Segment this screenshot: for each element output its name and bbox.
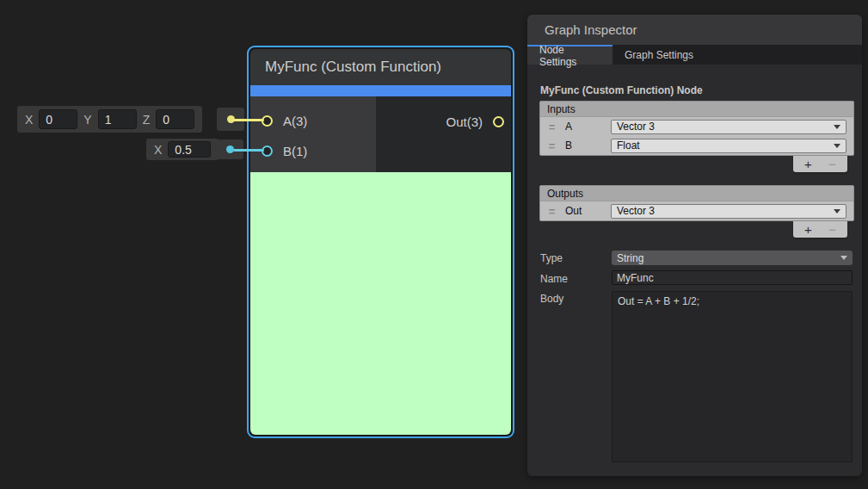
inputs-add-remove-bar: + −: [793, 156, 847, 172]
float-x-field[interactable]: [168, 141, 211, 158]
vector3-x-field[interactable]: [39, 109, 77, 129]
add-output-button[interactable]: +: [797, 222, 821, 237]
drag-handle-icon[interactable]: =: [546, 139, 557, 152]
node-color-bar: [250, 85, 511, 96]
output-row-out: = Out Vector 3: [540, 201, 853, 220]
inputs-section: Inputs = A Vector 3 = B Float: [539, 101, 854, 156]
output-type-dropdown[interactable]: Vector 3: [611, 204, 846, 219]
dropdown-arrow-icon: [834, 209, 840, 214]
outputs-add-remove-bar: + −: [793, 221, 847, 238]
input-port-b-label: B(1): [283, 144, 307, 158]
type-label: Type: [540, 252, 563, 264]
axis-x-label: X: [25, 113, 33, 127]
outputs-section-title: Outputs: [540, 186, 853, 201]
input-type-dropdown[interactable]: Vector 3: [611, 120, 846, 134]
dropdown-arrow-icon: [840, 256, 847, 260]
inspector-node-heading: MyFunc (Custom Function) Node: [540, 84, 703, 96]
node-output-ports: Out(3): [376, 96, 511, 172]
dropdown-arrow-icon: [834, 144, 840, 148]
input-port-a-label: A(3): [283, 114, 307, 128]
name-label: Name: [540, 273, 568, 285]
drag-handle-icon[interactable]: =: [546, 205, 557, 218]
input-type-value: Float: [617, 139, 640, 152]
vector3-y-field[interactable]: [98, 109, 137, 129]
vector3-input-widget: X Y Z: [17, 106, 202, 133]
type-value: String: [617, 252, 643, 264]
node-input-ports: A(3) B(1): [250, 96, 376, 172]
graph-inspector-panel: Graph Inspector Node Settings Graph Sett…: [527, 15, 862, 476]
output-type-value: Vector 3: [617, 205, 655, 217]
tab-node-settings[interactable]: Node Settings: [527, 45, 613, 65]
input-name: B: [565, 139, 572, 152]
node-title: MyFunc (Custom Function): [265, 59, 441, 76]
float-input-widget: X: [146, 139, 219, 160]
body-field[interactable]: Out = A + B + 1/2;: [612, 291, 853, 462]
edge-wire-vector3[interactable]: [233, 119, 264, 121]
output-port-out-label: Out(3): [446, 115, 483, 129]
node-preview-area: [250, 172, 511, 435]
output-name: Out: [565, 205, 582, 217]
inputs-section-title: Inputs: [540, 102, 853, 117]
type-dropdown[interactable]: String: [612, 251, 853, 265]
dropdown-arrow-icon: [834, 125, 840, 129]
input-name: A: [565, 121, 572, 133]
body-label: Body: [540, 293, 563, 305]
axis-y-label: Y: [83, 113, 91, 127]
input-row-a: = A Vector 3: [540, 117, 853, 136]
node-ports-section: A(3) B(1) Out(3): [250, 96, 511, 172]
drag-handle-icon[interactable]: =: [546, 121, 557, 133]
port-row-out: Out(3): [376, 110, 511, 133]
remove-output-button[interactable]: −: [821, 222, 845, 237]
input-type-value: Vector 3: [617, 121, 655, 133]
edge-wire-float[interactable]: [233, 149, 264, 152]
tab-graph-settings[interactable]: Graph Settings: [613, 45, 705, 65]
remove-input-button[interactable]: −: [821, 157, 845, 171]
node-body: MyFunc (Custom Function) A(3) B(1) Out(3…: [250, 49, 511, 435]
port-row-b: B(1): [250, 139, 376, 162]
inspector-title-bar[interactable]: Graph Inspector: [527, 15, 862, 45]
inspector-title: Graph Inspector: [545, 22, 637, 37]
vector3-z-field[interactable]: [156, 109, 194, 129]
input-row-b: = B Float: [540, 136, 853, 155]
outputs-section: Outputs = Out Vector 3: [539, 185, 854, 221]
custom-function-node[interactable]: MyFunc (Custom Function) A(3) B(1) Out(3…: [247, 46, 514, 438]
axis-z-label: Z: [143, 113, 151, 127]
port-row-a: A(3): [250, 109, 376, 132]
add-input-button[interactable]: +: [797, 157, 821, 171]
input-type-dropdown[interactable]: Float: [611, 139, 846, 153]
node-title-bar[interactable]: MyFunc (Custom Function): [250, 49, 511, 85]
axis-x-label: X: [154, 143, 162, 157]
output-port-out-icon[interactable]: [493, 116, 504, 127]
name-field[interactable]: [612, 270, 853, 285]
inspector-tab-bar: Node Settings Graph Settings: [527, 45, 862, 65]
